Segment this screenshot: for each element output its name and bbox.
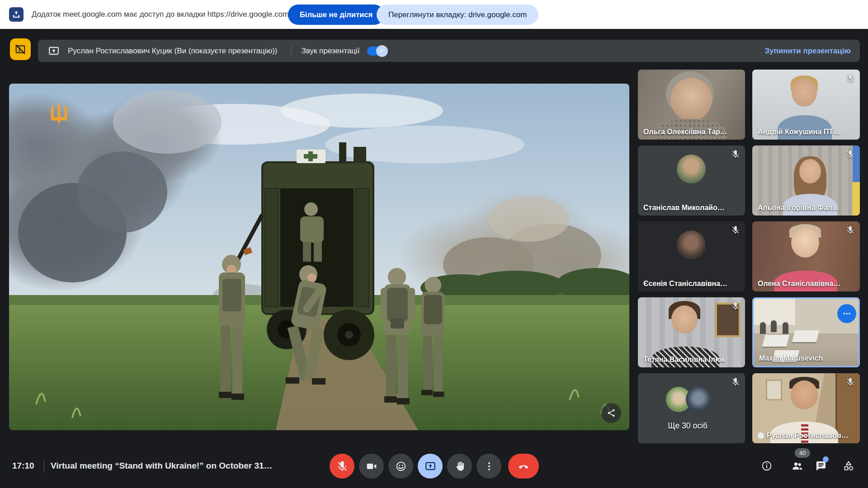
participant-name-text: Руслан Ростиславов… [767, 432, 849, 440]
mic-off-icon [846, 225, 855, 235]
mic-off-icon [846, 74, 855, 83]
clock: 17:10 [12, 451, 34, 481]
divider [44, 460, 44, 472]
more-options-button[interactable] [476, 454, 501, 479]
avatar [677, 230, 706, 259]
avatar [686, 387, 711, 412]
mic-off-icon [336, 460, 348, 472]
mic-off-icon [731, 225, 740, 235]
tile-more-options-button[interactable] [837, 304, 856, 323]
share-icon [606, 408, 616, 418]
avatar [791, 380, 818, 409]
stop-sharing-button[interactable]: Більше не ділитися [288, 5, 384, 25]
overflow-tile-more-people[interactable]: Ще 30 осіб [638, 373, 745, 443]
stop-presentation-link[interactable]: Зупинити презентацію [764, 40, 851, 62]
raise-hand-button[interactable] [447, 454, 472, 479]
presenting-indicator-dot [758, 432, 764, 439]
desk [792, 330, 819, 342]
participant-name: Maxim Matusevich [759, 354, 823, 362]
chat-unread-dot [823, 456, 829, 462]
present-to-all-icon [48, 45, 60, 57]
meeting-title: Virtual meeting “Stand with Ukraine!” on… [51, 451, 273, 481]
camera-toggle-button[interactable] [359, 454, 384, 479]
presenter-name: Руслан Ростиславович Куцик (Ви (показуєт… [68, 47, 278, 56]
participant-name: Станіслав Миколайо… [643, 204, 725, 212]
presentation-audio-label: Звук презентації [302, 47, 360, 56]
participant-tile-alona[interactable]: Альона Ігорівна Фал… [752, 145, 860, 216]
presentation-bar: Руслан Ростиславович Куцик (Ви (показуєт… [38, 40, 860, 62]
avatar [760, 322, 766, 334]
people-icon[interactable] [792, 460, 803, 472]
participant-tile-olha[interactable]: Ольга Олексіївна Тар… [638, 70, 745, 140]
divider [291, 45, 292, 57]
avatar [783, 322, 788, 334]
presented-video [9, 84, 629, 430]
participant-count-badge: 40 [795, 448, 810, 458]
info-icon[interactable] [761, 460, 773, 472]
picture-frame [766, 380, 782, 400]
tab-share-message: Додаток meet.google.com має доступ до вк… [32, 0, 289, 29]
avatar [799, 159, 821, 183]
mic-off-icon [731, 377, 740, 386]
participant-name: Тетяна Василівна Ілюк [643, 356, 725, 364]
mic-off-icon [731, 301, 740, 310]
participant-tile-yeseniia[interactable]: Єсенія Станіславівна… [638, 221, 745, 291]
bottom-bar: 17:10 Virtual meeting “Stand with Ukrain… [0, 451, 868, 488]
participant-tile-stanislav[interactable]: Станіслав Миколайо… [638, 145, 745, 216]
presentation-audio-toggle[interactable]: ✓ [367, 47, 387, 56]
share-button[interactable] [601, 403, 621, 423]
avatar [791, 228, 819, 258]
activities-icon[interactable] [843, 460, 854, 472]
end-call-button[interactable] [508, 454, 539, 479]
present-icon [425, 460, 436, 472]
presented-video-stage [9, 84, 629, 430]
reactions-button[interactable] [388, 454, 413, 479]
camera-icon [366, 460, 377, 472]
avatar [671, 305, 698, 333]
participant-tile-maxim[interactable]: Maxim Matusevich [752, 297, 860, 367]
view-tab-button[interactable]: Переглянути вкладку: drive.google.com [377, 5, 538, 25]
mic-off-icon [731, 150, 740, 159]
participant-tile-tetiana[interactable]: Тетяна Василівна Ілюк [638, 297, 745, 367]
participant-tile-olena[interactable]: Олена Станіславівна… [752, 221, 860, 291]
tab-share-banner: Додаток meet.google.com має доступ до вк… [0, 0, 868, 29]
mic-off-icon [846, 150, 855, 159]
present-button[interactable] [418, 454, 443, 479]
ukraine-trident-icon [47, 102, 71, 129]
more-people-label: Ще 30 осіб [638, 421, 737, 431]
participant-name: Ольга Олексіївна Тар… [643, 128, 727, 136]
google-meet-window: Додаток meet.google.com має доступ до вк… [0, 0, 868, 488]
participant-tile-andrii[interactable]: Андрій Кожушина ПТ… [752, 70, 860, 140]
toggle-check-icon: ✓ [376, 45, 388, 57]
raise-hand-icon [454, 460, 466, 472]
avatar [670, 78, 712, 121]
avatar [677, 155, 706, 183]
present-to-tab-icon [9, 7, 24, 22]
participant-name: Олена Станіславівна… [758, 280, 840, 288]
reactions-icon [395, 460, 407, 472]
more-options-icon [483, 460, 495, 472]
participant-name: Руслан Ростиславов… [758, 432, 849, 440]
participant-name: Альона Ігорівна Фал… [758, 204, 840, 212]
presentation-disabled-icon[interactable] [10, 38, 31, 60]
avatar [771, 320, 777, 332]
participant-tile-ruslan[interactable]: Руслан Ростиславов… [752, 373, 860, 443]
desk [762, 335, 789, 347]
avatar [792, 79, 817, 107]
mic-toggle-button[interactable] [330, 454, 354, 479]
participant-name: Єсенія Станіславівна… [643, 280, 727, 288]
participant-name: Андрій Кожушина ПТ… [758, 128, 840, 136]
mic-off-icon [846, 377, 855, 386]
more-options-icon [842, 309, 852, 319]
end-call-icon [518, 460, 529, 472]
